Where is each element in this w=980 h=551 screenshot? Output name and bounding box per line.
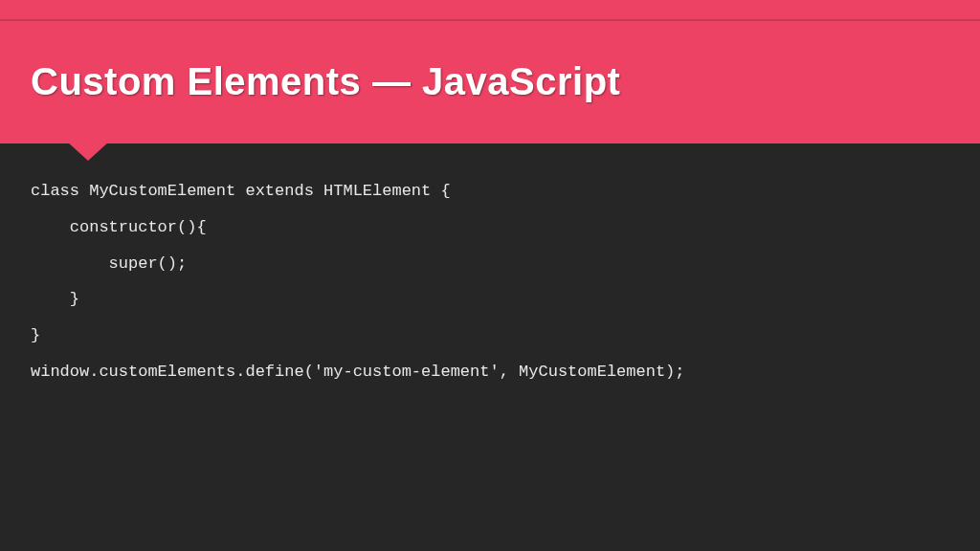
code-line: } [31,324,949,347]
code-line: class MyCustomElement extends HTMLElemen… [31,180,949,203]
slide-title: Custom Elements — JavaScript [31,60,620,103]
code-block: class MyCustomElement extends HTMLElemen… [0,143,980,433]
code-line: constructor(){ [31,216,949,239]
header-divider [0,19,980,21]
code-line: } [31,288,949,311]
code-line: super(); [31,253,949,276]
slide-header: Custom Elements — JavaScript [0,0,980,143]
arrow-down-icon [67,142,109,161]
code-line: window.customElements.define('my-custom-… [31,361,949,384]
